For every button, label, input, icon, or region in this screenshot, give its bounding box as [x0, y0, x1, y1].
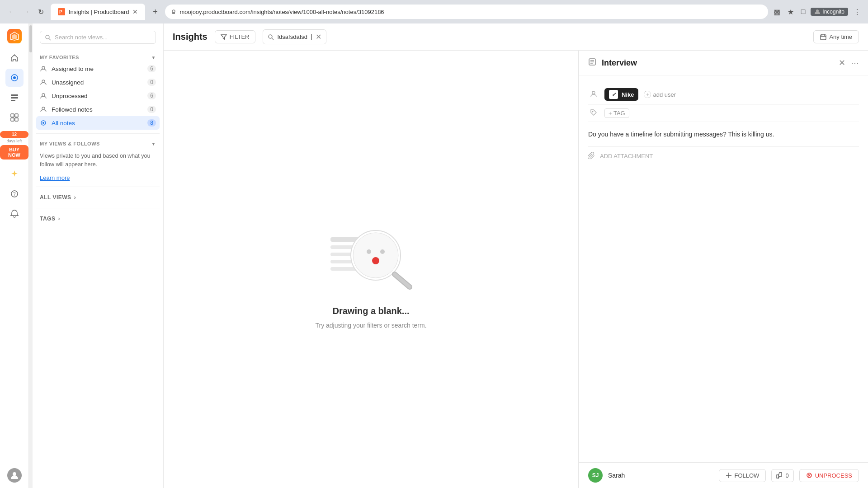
buy-now-button[interactable]: BUY NOW: [0, 145, 28, 160]
days-left-badge: 12: [0, 131, 28, 138]
svg-point-49: [592, 91, 595, 94]
notes-sidebar: Search note views... MY FAVORITES ▼ Assi…: [33, 23, 164, 488]
new-tab-button[interactable]: +: [149, 5, 161, 18]
learn-more-link[interactable]: Learn more: [36, 173, 160, 183]
svg-line-20: [49, 38, 51, 40]
nav-item-followed[interactable]: Followed notes 0: [36, 103, 160, 116]
split-view-button[interactable]: □: [799, 6, 807, 18]
vote-button[interactable]: 0: [771, 469, 793, 482]
lock-icon: [170, 9, 177, 15]
svg-point-8: [13, 76, 16, 79]
follow-button[interactable]: FOLLOW: [719, 469, 766, 482]
sidebar-content: MY FAVORITES ▼ Assigned to me 6 Unassign…: [33, 51, 163, 488]
unprocessed-label: Unprocessed: [52, 93, 143, 99]
address-bar[interactable]: moojooy.productboard.com/insights/notes/…: [165, 5, 768, 19]
svg-rect-12: [11, 114, 14, 117]
app-logo[interactable]: [7, 29, 22, 43]
company-badge: ✓ Nike: [604, 88, 638, 101]
sidebar-notifications-button[interactable]: [5, 205, 24, 223]
reload-button[interactable]: ↻: [34, 5, 47, 18]
svg-point-24: [42, 107, 45, 110]
add-user-icon: +: [644, 91, 651, 98]
svg-rect-14: [11, 118, 14, 121]
search-clear-button[interactable]: ✕: [316, 33, 321, 41]
panel-tag-field: + TAG: [588, 105, 859, 122]
browser-tab[interactable]: P Insights | Productboard ✕: [51, 4, 145, 20]
browser-actions: ▩ ★ □ Incognito ⋮: [772, 6, 863, 18]
divider: [36, 133, 160, 134]
empty-state: Drawing a blank... Try adjusting your fi…: [297, 192, 444, 347]
my-favorites-header: MY FAVORITES ▼: [36, 51, 160, 62]
svg-rect-13: [15, 114, 18, 117]
sidebar-features-button[interactable]: [5, 108, 24, 127]
user-avatar[interactable]: [7, 468, 22, 483]
date-filter-button[interactable]: Any time: [813, 30, 859, 43]
app: 12 days left BUY NOW ? Search note: [0, 23, 868, 488]
cast-button[interactable]: ▩: [772, 6, 782, 18]
all-views-arrow: ›: [74, 194, 76, 201]
tags-section[interactable]: TAGS ›: [36, 212, 160, 225]
bookmark-button[interactable]: ★: [786, 6, 796, 18]
svg-line-28: [272, 38, 274, 40]
followed-count: 0: [147, 106, 156, 113]
url-text: moojooy.productboard.com/insights/notes/…: [179, 9, 762, 15]
panel-text-content: Do you have a timeline for submitting me…: [588, 122, 859, 146]
followed-icon: [40, 106, 47, 113]
add-attachment-button[interactable]: ADD ATTACHMENT: [588, 146, 859, 165]
notes-list-area: Drawing a blank... Try adjusting your fi…: [164, 51, 579, 488]
all-views-section[interactable]: ALL VIEWS ›: [36, 191, 160, 204]
panel-close-button[interactable]: ✕: [839, 58, 845, 68]
sidebar-scrollbar[interactable]: [29, 23, 33, 488]
all-notes-label: All notes: [52, 120, 143, 127]
page-title: Insights: [173, 32, 208, 42]
nav-item-unassigned[interactable]: Unassigned 0: [36, 75, 160, 89]
svg-point-22: [42, 80, 45, 83]
unassigned-label: Unassigned: [52, 79, 143, 86]
tab-close-button[interactable]: ✕: [132, 8, 138, 15]
svg-point-26: [42, 122, 44, 124]
nav-item-assigned[interactable]: Assigned to me 6: [36, 62, 160, 75]
svg-line-44: [395, 274, 410, 287]
unprocess-button[interactable]: UNPROCESS: [799, 469, 859, 482]
panel-title: Interview: [602, 58, 833, 68]
main-content: Insights FILTER fdsafsdafsd ✕ Any time: [164, 23, 868, 488]
add-user-button[interactable]: + add user: [644, 91, 676, 98]
vote-icon: [776, 472, 783, 479]
svg-point-19: [46, 35, 49, 39]
filter-button[interactable]: FILTER: [215, 30, 255, 43]
tab-favicon: P: [58, 8, 65, 15]
sidebar-sparkle-button[interactable]: [5, 165, 24, 183]
sidebar-home-button[interactable]: [5, 49, 24, 67]
my-views-chevron[interactable]: ▼: [151, 141, 156, 146]
back-button[interactable]: ←: [5, 5, 18, 18]
menu-button[interactable]: ⋮: [852, 6, 863, 18]
sidebar-board-button[interactable]: [5, 89, 24, 107]
sidebar-help-button[interactable]: ?: [5, 185, 24, 203]
svg-rect-9: [11, 94, 18, 96]
forward-button[interactable]: →: [20, 5, 33, 18]
svg-text:P: P: [59, 9, 62, 14]
svg-rect-29: [821, 35, 826, 40]
panel-more-button[interactable]: ⋯: [851, 58, 859, 68]
icon-sidebar: 12 days left BUY NOW ?: [0, 23, 29, 488]
days-left-label: days left: [0, 139, 28, 143]
notes-sidebar-wrapper: Search note views... MY FAVORITES ▼ Assi…: [29, 23, 164, 488]
empty-state-illustration: [317, 210, 425, 300]
calendar-icon: [820, 34, 826, 40]
add-tag-button[interactable]: + TAG: [604, 108, 629, 118]
nav-item-all-notes[interactable]: All notes 8: [36, 116, 160, 130]
my-favorites-chevron[interactable]: ▼: [151, 55, 156, 60]
browser-chrome: ← → ↻ P Insights | Productboard ✕ + mooj…: [0, 0, 868, 23]
tab-title: Insights | Productboard: [69, 9, 129, 15]
company-icon: ✓: [609, 90, 618, 99]
panel-header: Interview ✕ ⋯: [579, 51, 868, 75]
assigned-label: Assigned to me: [52, 66, 143, 72]
incognito-button[interactable]: Incognito: [811, 8, 848, 16]
panel-footer: SJ Sarah FOLLOW 0 UNPROCESS: [579, 462, 868, 488]
company-name: Nike: [622, 91, 634, 98]
main-search-box[interactable]: fdsafsdafsd ✕: [263, 29, 327, 44]
tag-field-icon: [588, 109, 599, 118]
sidebar-insights-button[interactable]: [5, 69, 24, 87]
search-note-views-input[interactable]: Search note views...: [40, 31, 156, 44]
nav-item-unprocessed[interactable]: Unprocessed 6: [36, 89, 160, 103]
